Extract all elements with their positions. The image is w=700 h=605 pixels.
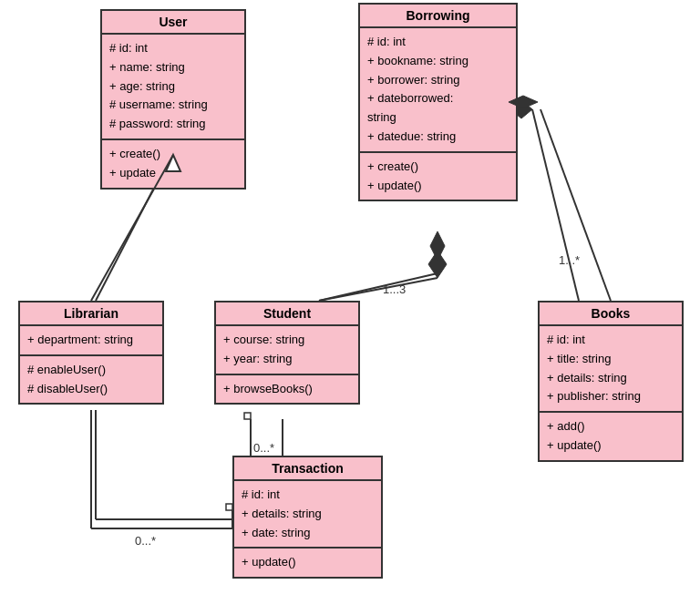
label-1-3: 1...3 [383, 282, 406, 296]
librarian-attributes: + department: string [20, 326, 162, 356]
student-class: Student + course: string + year: string … [214, 301, 360, 405]
svg-line-11 [319, 273, 438, 301]
svg-line-3 [319, 278, 438, 301]
student-methods: + browseBooks() [216, 375, 358, 404]
transaction-class: Transaction # id: int + details: string … [232, 456, 383, 579]
svg-marker-12 [430, 231, 445, 261]
user-methods: + create() + update [102, 140, 244, 188]
librarian-class: Librarian + department: string # enableU… [18, 301, 164, 405]
transaction-methods: + update() [234, 549, 381, 577]
borrowing-methods: + create() + update() [360, 153, 516, 200]
user-class-header: User [102, 11, 244, 35]
student-attributes: + course: string + year: string [216, 326, 358, 375]
borrowing-class: Borrowing # id: int + bookname: string +… [358, 3, 518, 201]
uml-diagram: User # id: int + name: string + age: str… [0, 0, 700, 605]
user-class: User # id: int + name: string + age: str… [100, 9, 246, 190]
label-librarian-transaction: 0...* [135, 534, 156, 548]
books-attributes: # id: int + title: string + details: str… [540, 326, 682, 413]
transaction-class-header: Transaction [234, 457, 381, 481]
student-class-header: Student [216, 302, 358, 326]
user-attributes: # id: int + name: string + age: string #… [102, 35, 244, 140]
label-student-transaction: 0...* [253, 441, 274, 455]
transaction-attributes: # id: int + details: string + date: stri… [234, 481, 381, 549]
librarian-class-header: Librarian [20, 302, 162, 326]
label-1-many: 1...* [559, 253, 580, 267]
svg-marker-2 [428, 251, 447, 278]
borrowing-attributes: # id: int + bookname: string + borrower:… [360, 28, 516, 153]
borrowing-class-header: Borrowing [360, 5, 516, 28]
books-class: Books # id: int + title: string + detail… [538, 301, 684, 462]
svg-line-5 [532, 109, 579, 301]
books-methods: + add() + update() [540, 413, 682, 460]
svg-rect-16 [244, 413, 251, 419]
svg-line-13 [540, 109, 611, 301]
librarian-methods: # enableUser() # disableUser() [20, 356, 162, 404]
books-class-header: Books [540, 302, 682, 326]
svg-rect-20 [226, 504, 232, 510]
